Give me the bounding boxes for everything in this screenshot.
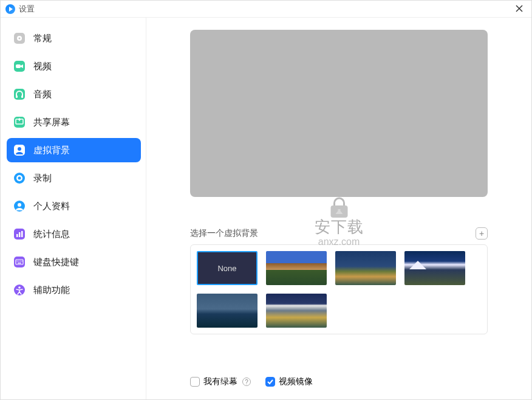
accessibility-icon	[13, 283, 26, 297]
add-background-button[interactable]: +	[476, 227, 488, 240]
svg-rect-7	[21, 95, 23, 98]
bg-thumb-none[interactable]: None	[197, 251, 257, 285]
sidebar-item-label: 视频	[33, 61, 52, 72]
svg-rect-5	[14, 89, 25, 100]
select-bg-label: 选择一个虚拟背景	[190, 228, 258, 239]
share-icon	[13, 116, 26, 129]
gear-icon	[13, 32, 26, 45]
checkbox-icon	[265, 377, 275, 387]
sidebar-item-general[interactable]: 常规	[7, 26, 141, 50]
settings-body: 常规视频音频共享屏幕虚拟背景录制个人资料统计信息键盘快捷键辅助功能 安下载 an…	[1, 18, 531, 399]
svg-rect-30	[330, 205, 347, 218]
svg-point-24	[18, 261, 19, 262]
svg-rect-27	[18, 263, 21, 264]
sidebar-item-label: 录制	[33, 173, 52, 184]
svg-point-14	[18, 177, 21, 180]
bg-thumb-1[interactable]	[266, 251, 327, 285]
svg-point-11	[18, 147, 21, 151]
keyboard-icon	[13, 255, 26, 269]
sidebar-item-label: 常规	[33, 33, 52, 44]
sidebar-item-share[interactable]: 共享屏幕	[7, 110, 141, 134]
svg-point-25	[20, 261, 21, 262]
svg-point-23	[17, 261, 18, 262]
stats-icon	[13, 227, 26, 241]
sidebar-item-label: 虚拟背景	[33, 145, 70, 156]
profile-icon	[13, 199, 26, 213]
bg-thumb-2[interactable]	[335, 251, 396, 285]
camera-icon	[13, 60, 26, 73]
bg-thumb-5[interactable]	[266, 294, 327, 328]
sidebar-item-label: 统计信息	[33, 229, 70, 240]
greenscreen-checkbox[interactable]: 我有绿幕 ?	[190, 376, 251, 387]
user-bg-icon	[13, 143, 26, 157]
mirror-label: 视频镜像	[279, 376, 313, 387]
sidebar-item-video[interactable]: 视频	[7, 54, 141, 78]
sidebar-item-audio[interactable]: 音频	[7, 82, 141, 106]
titlebar: 设置	[1, 1, 531, 18]
greenscreen-label: 我有绿幕	[203, 376, 237, 387]
sidebar-item-a11y[interactable]: 辅助功能	[7, 278, 141, 302]
sidebar-item-vbg[interactable]: 虚拟背景	[7, 138, 141, 162]
close-button[interactable]	[512, 3, 527, 15]
svg-rect-18	[16, 234, 18, 237]
sidebar-item-label: 共享屏幕	[33, 117, 70, 128]
app-logo-icon	[5, 4, 15, 14]
svg-rect-4	[16, 64, 21, 68]
svg-rect-19	[19, 232, 21, 237]
sidebar-item-label: 音频	[33, 89, 52, 100]
video-preview	[190, 30, 488, 197]
select-bg-row: 选择一个虚拟背景 +	[190, 227, 488, 240]
help-icon[interactable]: ?	[242, 378, 251, 386]
watermark: 安下载 anxz.com	[315, 197, 364, 247]
sidebar-item-profile[interactable]: 个人资料	[7, 194, 141, 218]
sidebar-item-shortcut[interactable]: 键盘快捷键	[7, 250, 141, 274]
background-thumbnails: None	[190, 244, 488, 334]
svg-rect-6	[16, 95, 18, 98]
sidebar-item-label: 键盘快捷键	[33, 257, 79, 268]
none-label: None	[217, 264, 236, 273]
svg-point-29	[18, 286, 21, 289]
settings-sidebar: 常规视频音频共享屏幕虚拟背景录制个人资料统计信息键盘快捷键辅助功能	[1, 18, 146, 399]
mirror-checkbox[interactable]: 视频镜像	[265, 376, 313, 387]
sidebar-item-label: 辅助功能	[33, 284, 70, 296]
titlebar-left: 设置	[5, 4, 35, 15]
window-title: 设置	[19, 4, 35, 15]
sidebar-item-stats[interactable]: 统计信息	[7, 222, 141, 246]
lock-icon	[327, 197, 351, 219]
record-icon	[13, 171, 26, 185]
svg-point-2	[19, 38, 21, 40]
checkbox-row: 我有绿幕 ? 视频镜像	[190, 376, 488, 390]
bg-thumb-4[interactable]	[197, 294, 257, 328]
sidebar-item-label: 个人资料	[33, 201, 70, 212]
svg-point-26	[21, 261, 22, 262]
headphones-icon	[13, 88, 26, 101]
checkbox-icon	[190, 377, 200, 387]
svg-point-16	[18, 203, 21, 207]
virtual-background-panel: 安下载 anxz.com 选择一个虚拟背景 + None 我有绿幕 ?	[146, 18, 531, 399]
sidebar-item-record[interactable]: 录制	[7, 166, 141, 190]
svg-rect-20	[21, 231, 23, 237]
bg-thumb-3[interactable]	[404, 251, 465, 285]
